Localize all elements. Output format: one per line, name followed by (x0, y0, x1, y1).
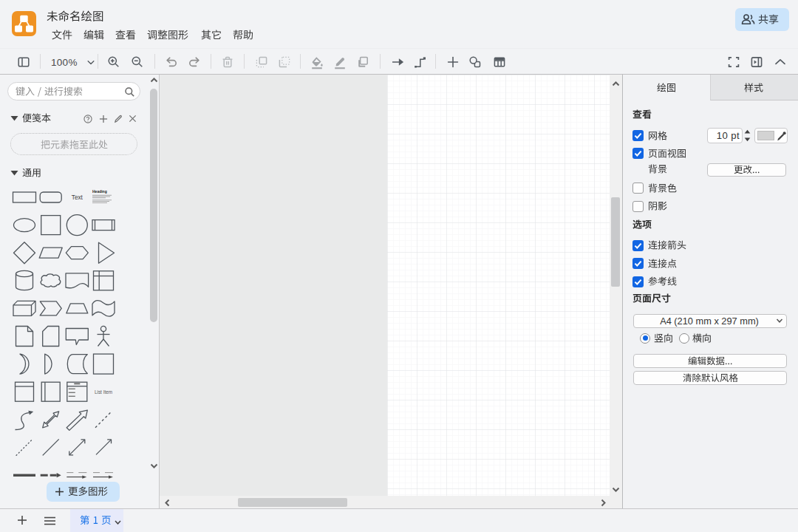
svg-text:List Item: List Item (95, 389, 112, 395)
svg-text:Text: Text (72, 194, 83, 201)
svg-text:Heading: Heading (92, 189, 107, 194)
